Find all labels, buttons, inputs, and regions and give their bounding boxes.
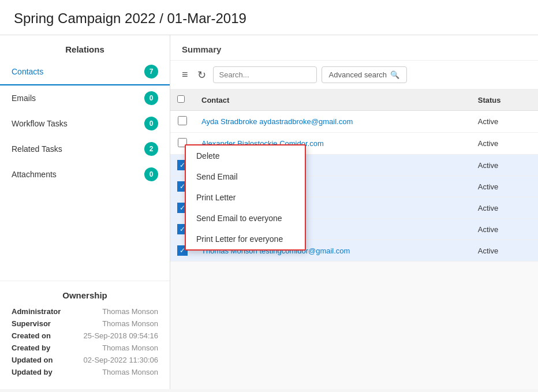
ownership-key: Created on xyxy=(12,331,63,340)
advanced-search-button[interactable]: Advanced search 🔍 xyxy=(322,66,407,83)
sidebar-label-related-tasks: Related Tasks xyxy=(12,144,62,154)
context-menu-item-delete[interactable]: Delete xyxy=(186,145,305,166)
col-status: Status xyxy=(471,89,538,111)
ownership-value: 02-Sep-2022 11:30:06 xyxy=(84,356,158,364)
context-menu-item-send-email-everyone[interactable]: Send Email to everyone xyxy=(186,208,305,229)
col-contact: Contact xyxy=(195,89,471,111)
row-checkbox[interactable] xyxy=(178,116,187,125)
search-input[interactable] xyxy=(213,66,317,83)
status-cell: Active xyxy=(471,111,538,133)
status-cell: Active xyxy=(471,240,538,262)
context-menu: DeleteSend EmailPrint LetterSend Email t… xyxy=(185,144,306,251)
contact-cell: Ayda Stradbroke aydastradbroke@gmail.com xyxy=(195,111,471,133)
ownership-row: Created by Thomas Monson xyxy=(12,344,158,352)
ownership-row: Updated on 02-Sep-2022 11:30:06 xyxy=(12,356,158,364)
ownership-key: Supervisor xyxy=(12,319,63,328)
ownership-value: Thomas Monson xyxy=(102,344,158,352)
table-row: Ayda Stradbroke aydastradbroke@gmail.com… xyxy=(170,111,538,133)
table-wrapper: Contact Status Ayda Stradbroke aydastrad… xyxy=(170,89,538,389)
refresh-icon[interactable]: ↻ xyxy=(195,68,208,83)
row-checkbox-cell xyxy=(170,111,195,133)
relations-section-title: Relations xyxy=(0,35,170,59)
badge-attachments: 0 xyxy=(144,167,158,181)
col-checkbox xyxy=(170,89,195,111)
ownership-value: Thomas Monson xyxy=(102,368,158,376)
badge-contacts: 7 xyxy=(144,65,158,79)
toolbar: ≡ ↻ Advanced search 🔍 xyxy=(170,61,538,89)
sidebar-item-contacts[interactable]: Contacts 7 xyxy=(0,59,170,85)
sidebar-item-attachments[interactable]: Attachments 0 xyxy=(0,162,170,187)
status-cell: Active xyxy=(471,155,538,176)
ownership-key: Updated by xyxy=(12,368,63,376)
ownership-value: Thomas Monson xyxy=(102,319,158,328)
ownership-row: Administrator Thomas Monson xyxy=(12,307,158,316)
ownership-row: Created on 25-Sep-2018 09:54:16 xyxy=(12,331,158,340)
badge-emails: 0 xyxy=(144,91,158,105)
main-content: Summary ≡ ↻ Advanced search 🔍 Contact xyxy=(170,35,538,389)
ownership-row: Updated by Thomas Monson xyxy=(12,368,158,376)
status-cell: Active xyxy=(471,133,538,155)
advanced-search-icon: 🔍 xyxy=(390,70,399,79)
page-title: Spring Campaign 2022 / 01-Mar-2019 xyxy=(14,10,524,27)
sidebar: Relations Contacts 7 Emails 0 Workflow T… xyxy=(0,35,170,389)
sidebar-item-related-tasks[interactable]: Related Tasks 2 xyxy=(0,136,170,162)
sidebar-nav: Contacts 7 Emails 0 Workflow Tasks 0 Rel… xyxy=(0,59,170,281)
badge-workflow-tasks: 0 xyxy=(144,117,158,130)
status-cell: Active xyxy=(471,197,538,219)
sidebar-item-workflow-tasks[interactable]: Workflow Tasks 0 xyxy=(0,111,170,136)
status-cell: Active xyxy=(471,176,538,197)
sidebar-item-emails[interactable]: Emails 0 xyxy=(0,85,170,111)
advanced-search-label: Advanced search xyxy=(329,70,387,79)
page-header: Spring Campaign 2022 / 01-Mar-2019 xyxy=(0,0,538,35)
ownership-key: Updated on xyxy=(12,356,63,364)
ownership-key: Created by xyxy=(12,344,63,352)
contact-link[interactable]: Ayda Stradbroke aydastradbroke@gmail.com xyxy=(201,117,353,126)
select-all-checkbox[interactable] xyxy=(177,95,185,103)
sidebar-label-workflow-tasks: Workflow Tasks xyxy=(12,119,68,128)
ownership-value: Thomas Monson xyxy=(102,307,158,316)
ownership-section: Ownership Administrator Thomas Monson Su… xyxy=(0,281,170,389)
ownership-title: Ownership xyxy=(12,290,158,300)
sidebar-label-contacts: Contacts xyxy=(12,67,43,76)
ownership-key: Administrator xyxy=(12,307,63,316)
sidebar-label-emails: Emails xyxy=(12,94,36,103)
ownership-value: 25-Sep-2018 09:54:16 xyxy=(84,331,158,340)
context-menu-item-send-email[interactable]: Send Email xyxy=(186,166,305,187)
summary-header: Summary xyxy=(170,35,538,61)
context-menu-item-print-letter-everyone[interactable]: Print Letter for everyone xyxy=(186,229,305,249)
sidebar-label-attachments: Attachments xyxy=(12,170,57,179)
context-menu-item-print-letter[interactable]: Print Letter xyxy=(186,187,305,208)
ownership-row: Supervisor Thomas Monson xyxy=(12,319,158,328)
status-cell: Active xyxy=(471,219,538,240)
badge-related-tasks: 2 xyxy=(144,142,158,156)
hamburger-icon[interactable]: ≡ xyxy=(180,68,190,82)
